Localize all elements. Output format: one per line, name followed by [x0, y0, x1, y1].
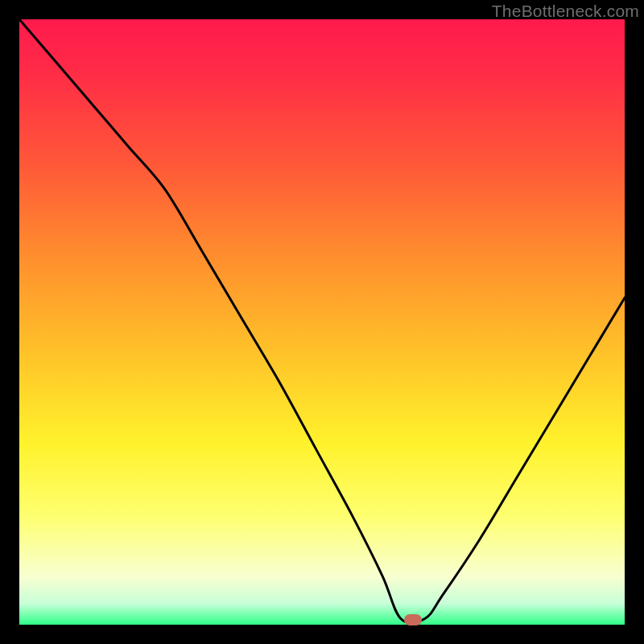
curve-layer [19, 19, 625, 625]
plot-area [19, 19, 625, 625]
bottleneck-curve [19, 19, 625, 623]
watermark-text: TheBottleneck.com [492, 2, 639, 21]
optimal-point-marker [404, 614, 422, 625]
